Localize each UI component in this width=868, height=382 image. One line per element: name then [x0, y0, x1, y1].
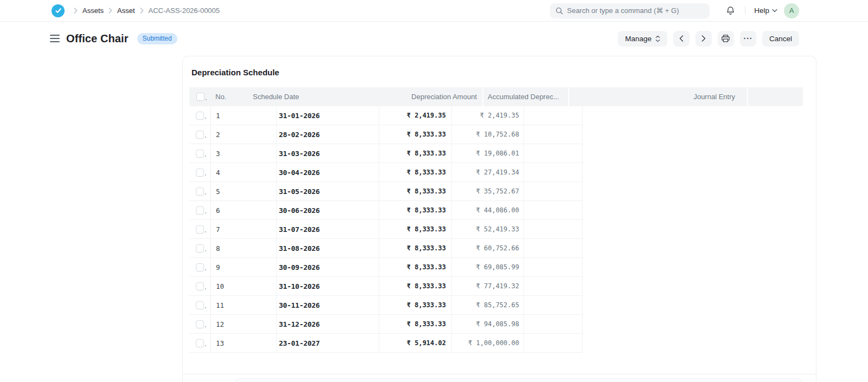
select-all-checkbox[interactable]	[196, 93, 205, 101]
cell-row-number[interactable]: 10	[211, 277, 277, 295]
cell-schedule-date[interactable]: 31-03-2026	[277, 144, 379, 163]
cell-row-number[interactable]: 4	[211, 163, 277, 182]
cell-journal-entry[interactable]	[524, 106, 583, 125]
cell-row-number[interactable]: 6	[211, 201, 277, 219]
table-row[interactable]: 6 30-06-2026 ₹ 8,333.33 ₹ 44,086.00	[189, 201, 583, 220]
row-checkbox[interactable]	[196, 187, 204, 196]
breadcrumb-item[interactable]: Assets	[69, 7, 104, 15]
cell-journal-entry[interactable]	[524, 277, 583, 295]
cell-accumulated-depreciation[interactable]: ₹ 85,752.65	[452, 296, 524, 314]
cell-depreciation-amount[interactable]: ₹ 8,333.33	[379, 258, 452, 276]
row-checkbox[interactable]	[196, 112, 204, 120]
table-row[interactable]: 4 30-04-2026 ₹ 8,333.33 ₹ 27,419.34	[189, 163, 583, 182]
cell-journal-entry[interactable]	[524, 201, 583, 219]
notifications-button[interactable]	[726, 6, 735, 16]
cell-accumulated-depreciation[interactable]: ₹ 1,00,000.00	[452, 334, 524, 352]
cell-accumulated-depreciation[interactable]: ₹ 35,752.67	[452, 182, 524, 200]
cell-row-number[interactable]: 12	[211, 315, 277, 333]
cell-depreciation-amount[interactable]: ₹ 8,333.33	[379, 239, 452, 257]
cell-accumulated-depreciation[interactable]: ₹ 52,419.33	[452, 220, 524, 238]
more-options-button[interactable]: ···	[740, 31, 756, 47]
row-checkbox[interactable]	[196, 225, 204, 234]
cell-depreciation-amount[interactable]: ₹ 8,333.33	[379, 220, 452, 238]
global-search[interactable]	[550, 3, 710, 18]
cell-schedule-date[interactable]: 31-05-2026	[277, 182, 379, 200]
cell-schedule-date[interactable]: 30-09-2026	[277, 258, 379, 276]
row-checkbox[interactable]	[196, 339, 204, 347]
table-row[interactable]: 13 23-01-2027 ₹ 5,914.02 ₹ 1,00,000.00	[189, 334, 583, 353]
cell-depreciation-amount[interactable]: ₹ 8,333.33	[379, 144, 452, 163]
cell-accumulated-depreciation[interactable]: ₹ 2,419.35	[452, 106, 524, 125]
cell-row-number[interactable]: 13	[211, 334, 277, 352]
cell-row-number[interactable]: 3	[211, 144, 277, 163]
cell-accumulated-depreciation[interactable]: ₹ 19,086.01	[452, 144, 524, 163]
table-row[interactable]: 7 31-07-2026 ₹ 8,333.33 ₹ 52,419.33	[189, 220, 583, 239]
cell-row-number[interactable]: 9	[211, 258, 277, 276]
row-checkbox[interactable]	[196, 282, 204, 290]
row-checkbox[interactable]	[196, 301, 204, 309]
cell-journal-entry[interactable]	[524, 315, 583, 333]
cell-schedule-date[interactable]: 28-02-2026	[277, 125, 379, 144]
breadcrumb-item[interactable]: Asset	[104, 7, 135, 15]
cell-schedule-date[interactable]: 31-08-2026	[277, 239, 379, 257]
app-logo[interactable]	[52, 4, 65, 17]
table-row[interactable]: 8 31-08-2026 ₹ 8,333.33 ₹ 60,752.66	[189, 239, 583, 258]
cell-journal-entry[interactable]	[524, 144, 583, 163]
cell-depreciation-amount[interactable]: ₹ 8,333.33	[379, 125, 452, 144]
cell-depreciation-amount[interactable]: ₹ 8,333.33	[379, 277, 452, 295]
cell-schedule-date[interactable]: 23-01-2027	[277, 334, 379, 352]
table-row[interactable]: 1 31-01-2026 ₹ 2,419.35 ₹ 2,419.35	[189, 106, 583, 125]
breadcrumb-item[interactable]: ACC-ASS-2026-00005	[135, 7, 220, 15]
table-row[interactable]: 12 31-12-2026 ₹ 8,333.33 ₹ 94,085.98	[189, 315, 583, 334]
cell-depreciation-amount[interactable]: ₹ 2,419.35	[379, 106, 452, 125]
cell-row-number[interactable]: 2	[211, 125, 277, 144]
row-checkbox[interactable]	[196, 263, 204, 271]
table-row[interactable]: 11 30-11-2026 ₹ 8,333.33 ₹ 85,752.65	[189, 296, 583, 315]
cell-accumulated-depreciation[interactable]: ₹ 94,085.98	[452, 315, 524, 333]
table-row[interactable]: 9 30-09-2026 ₹ 8,333.33 ₹ 69,085.99	[189, 258, 583, 277]
cell-accumulated-depreciation[interactable]: ₹ 44,086.00	[452, 201, 524, 219]
row-checkbox[interactable]	[196, 150, 204, 158]
cell-depreciation-amount[interactable]: ₹ 8,333.33	[379, 182, 452, 200]
cell-schedule-date[interactable]: 31-12-2026	[277, 315, 379, 333]
cell-accumulated-depreciation[interactable]: ₹ 10,752.68	[452, 125, 524, 144]
cell-journal-entry[interactable]	[524, 258, 583, 276]
cell-schedule-date[interactable]: 31-10-2026	[277, 277, 379, 295]
cell-accumulated-depreciation[interactable]: ₹ 27,419.34	[452, 163, 524, 182]
user-avatar[interactable]: A	[784, 3, 799, 18]
table-row[interactable]: 3 31-03-2026 ₹ 8,333.33 ₹ 19,086.01	[189, 144, 583, 163]
cell-schedule-date[interactable]: 30-11-2026	[277, 296, 379, 314]
cell-accumulated-depreciation[interactable]: ₹ 60,752.66	[452, 239, 524, 257]
table-row[interactable]: 5 31-05-2026 ₹ 8,333.33 ₹ 35,752.67	[189, 182, 583, 201]
cell-depreciation-amount[interactable]: ₹ 8,333.33	[379, 315, 452, 333]
table-row[interactable]: 2 28-02-2026 ₹ 8,333.33 ₹ 10,752.68	[189, 125, 583, 144]
manage-dropdown-button[interactable]: Manage	[618, 31, 667, 47]
cell-journal-entry[interactable]	[524, 125, 583, 144]
cell-journal-entry[interactable]	[524, 334, 583, 352]
row-checkbox[interactable]	[196, 206, 204, 215]
cell-row-number[interactable]: 7	[211, 220, 277, 238]
cell-schedule-date[interactable]: 30-04-2026	[277, 163, 379, 182]
row-checkbox[interactable]	[196, 244, 204, 252]
row-checkbox[interactable]	[196, 320, 204, 328]
cell-row-number[interactable]: 11	[211, 296, 277, 314]
row-checkbox[interactable]	[196, 169, 204, 177]
cell-depreciation-amount[interactable]: ₹ 8,333.33	[379, 163, 452, 182]
cell-accumulated-depreciation[interactable]: ₹ 77,419.32	[452, 277, 524, 295]
cell-row-number[interactable]: 5	[211, 182, 277, 200]
cell-journal-entry[interactable]	[524, 182, 583, 200]
table-row[interactable]: 10 31-10-2026 ₹ 8,333.33 ₹ 77,419.32	[189, 277, 583, 296]
cell-depreciation-amount[interactable]: ₹ 8,333.33	[379, 201, 452, 219]
next-record-button[interactable]	[695, 31, 712, 47]
cell-journal-entry[interactable]	[524, 163, 583, 182]
previous-record-button[interactable]	[673, 31, 690, 47]
help-menu[interactable]: Help	[754, 7, 777, 15]
cell-depreciation-amount[interactable]: ₹ 5,914.02	[379, 334, 452, 352]
cell-journal-entry[interactable]	[524, 220, 583, 238]
cell-journal-entry[interactable]	[524, 239, 583, 257]
print-button[interactable]	[718, 31, 734, 47]
cell-schedule-date[interactable]: 30-06-2026	[277, 201, 379, 219]
cell-depreciation-amount[interactable]: ₹ 8,333.33	[379, 296, 452, 314]
row-checkbox[interactable]	[196, 131, 204, 139]
sidebar-toggle-button[interactable]	[50, 35, 60, 42]
